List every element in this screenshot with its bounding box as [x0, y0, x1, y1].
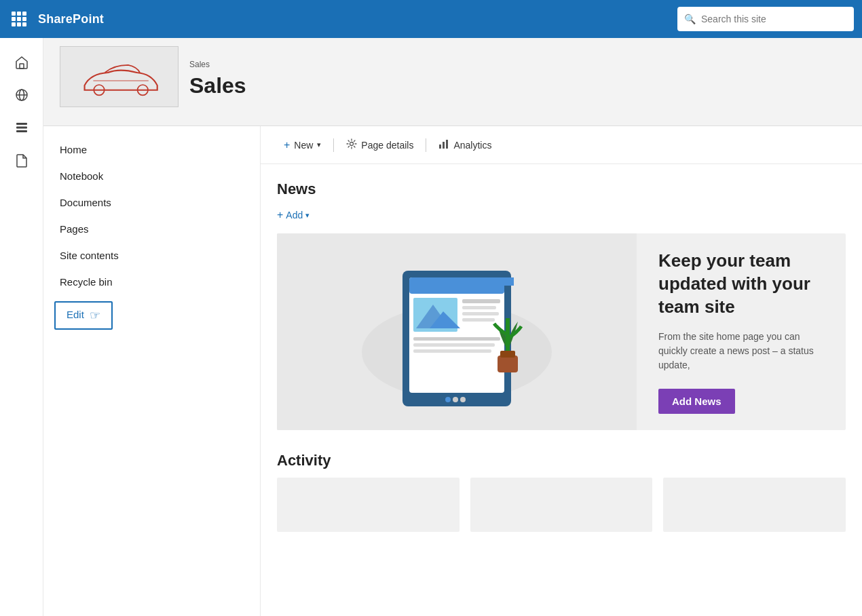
sidebar-item-pages[interactable]: Pages	[43, 216, 260, 242]
svg-rect-23	[462, 306, 496, 309]
page-toolbar: + New ▾ Page details	[261, 126, 862, 164]
content-area: Sales Sales Home Notebook Documents Page…	[43, 38, 862, 616]
new-label: New	[294, 140, 313, 151]
search-input[interactable]	[701, 14, 847, 24]
sidebar-item-site-contents[interactable]: Site contents	[43, 243, 260, 268]
svg-point-10	[350, 142, 354, 146]
svg-point-31	[460, 397, 466, 402]
svg-rect-26	[413, 337, 500, 341]
sidebar-item-notebook[interactable]: Notebook	[43, 163, 260, 189]
svg-rect-13	[446, 140, 448, 149]
news-text-area: Keep your team updated with your team si…	[637, 233, 846, 430]
page-body: Home Notebook Documents Pages Site conte…	[43, 126, 862, 616]
analytics-label: Analytics	[453, 140, 491, 151]
site-logo	[60, 46, 179, 107]
svg-rect-25	[462, 318, 495, 322]
site-title-area: Sales Sales	[189, 46, 246, 98]
svg-rect-11	[439, 145, 441, 149]
page-title: Sales	[189, 73, 246, 98]
news-illustration	[277, 233, 637, 430]
home-rail-icon[interactable]	[8, 49, 35, 76]
svg-point-29	[445, 397, 451, 402]
activity-cards	[277, 478, 846, 532]
page-content: + New ▾ Page details	[261, 126, 862, 616]
plus-icon: +	[284, 139, 290, 151]
svg-rect-6	[16, 130, 27, 132]
svg-rect-0	[20, 64, 24, 69]
icon-rail	[0, 38, 43, 616]
news-banner: Keep your team updated with your team si…	[277, 233, 846, 430]
toolbar-separator-2	[426, 138, 426, 152]
edit-label: Edit	[67, 309, 84, 320]
search-icon: 🔍	[684, 14, 696, 24]
edit-button[interactable]: Edit☞	[54, 301, 113, 330]
activity-section: Activity	[261, 441, 862, 543]
sidebar-item-home[interactable]: Home	[43, 137, 260, 162]
svg-rect-22	[462, 299, 500, 303]
svg-rect-33	[500, 351, 515, 358]
svg-rect-16	[409, 277, 504, 393]
svg-point-30	[453, 397, 458, 402]
sidebar-item-documents[interactable]: Documents	[43, 190, 260, 215]
breadcrumb: Sales	[189, 60, 246, 69]
svg-rect-28	[413, 349, 491, 353]
activity-title: Activity	[277, 452, 846, 469]
news-heading: Keep your team updated with your team si…	[658, 250, 824, 318]
page-details-label: Page details	[361, 140, 413, 151]
top-bar: SharePoint 🔍	[0, 0, 862, 38]
activity-card-1	[277, 478, 460, 532]
site-header: Sales Sales	[43, 38, 862, 126]
add-button[interactable]: + Add ▾	[277, 206, 310, 224]
plus-icon-2: +	[277, 209, 283, 221]
doc-rail-icon[interactable]	[8, 147, 35, 174]
analytics-button[interactable]: Analytics	[432, 134, 498, 155]
svg-rect-18	[419, 277, 514, 286]
sidebar-item-recycle-bin[interactable]: Recycle bin	[43, 269, 260, 294]
add-label: Add	[286, 210, 303, 220]
waffle-icon[interactable]	[8, 8, 30, 30]
new-button[interactable]: + New ▾	[277, 135, 328, 155]
globe-rail-icon[interactable]	[8, 81, 35, 109]
chart-icon	[438, 138, 449, 151]
news-section: News + Add ▾	[261, 164, 862, 441]
page-details-button[interactable]: Page details	[339, 134, 420, 155]
svg-rect-32	[498, 355, 518, 372]
svg-rect-12	[443, 142, 445, 149]
news-desc: From the site home page you can quickly …	[658, 330, 824, 372]
svg-rect-4	[16, 123, 27, 125]
brand-name: SharePoint	[38, 12, 104, 26]
svg-rect-27	[413, 343, 495, 347]
add-news-button[interactable]: Add News	[658, 389, 735, 414]
sidebar: Home Notebook Documents Pages Site conte…	[43, 126, 261, 616]
search-bar[interactable]: 🔍	[677, 7, 854, 31]
gear-icon	[346, 138, 357, 151]
activity-card-2	[470, 478, 653, 532]
activity-card-3	[663, 478, 846, 532]
svg-rect-24	[462, 312, 499, 315]
chevron-down-icon: ▾	[317, 140, 321, 149]
toolbar-separator-1	[333, 138, 334, 152]
news-title: News	[277, 180, 846, 198]
chevron-down-icon-2: ▾	[305, 211, 310, 220]
svg-rect-5	[16, 127, 27, 129]
list-rail-icon[interactable]	[8, 114, 35, 141]
